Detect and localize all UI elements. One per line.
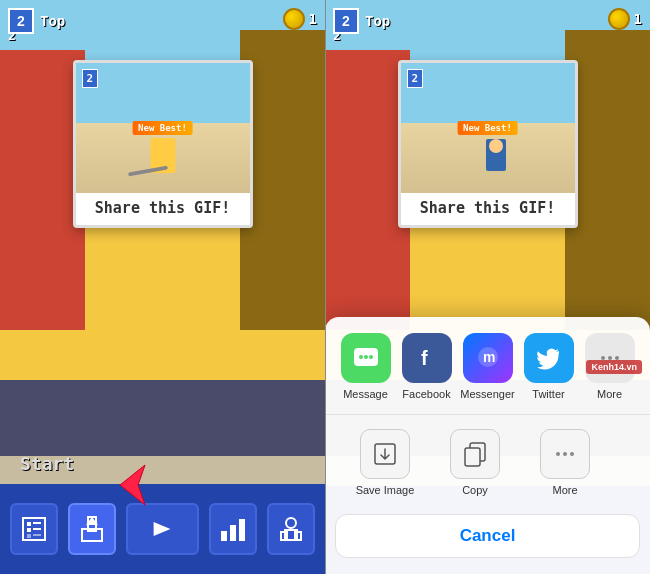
right-hud-top: 2 Top [333, 8, 390, 34]
gif-card-title-right: Share this GIF! [401, 199, 575, 217]
twitter-label: Twitter [532, 388, 564, 400]
messages-icon [341, 333, 391, 383]
svg-text:f: f [421, 347, 428, 369]
facebook-label: Facebook [402, 388, 450, 400]
svg-marker-10 [154, 522, 171, 536]
hud-top-left: 2 Top [8, 8, 65, 34]
right-game-background: 2 Top 2 1 2 New Best! Share this GIF! [325, 0, 650, 574]
bottom-bar [0, 484, 325, 574]
share-sheet: Message f Facebook m [325, 317, 650, 574]
more-apps-label: More [597, 388, 622, 400]
share-messages[interactable]: Message [336, 333, 396, 400]
right-coin-icon [608, 8, 630, 30]
arrow-indicator [110, 460, 160, 514]
svg-point-33 [570, 452, 574, 456]
game-background: 2 Top 2 1 2 New Best! Share this GIF! St… [0, 0, 325, 574]
cancel-button[interactable]: Cancel [335, 514, 640, 558]
save-image-action[interactable]: Save Image [355, 429, 415, 496]
building-right [240, 30, 325, 330]
svg-rect-13 [239, 519, 245, 541]
facebook-icon: f [402, 333, 452, 383]
share-facebook[interactable]: f Facebook [397, 333, 457, 400]
share-messenger[interactable]: m Messenger [458, 333, 518, 400]
svg-point-19 [359, 355, 363, 359]
right-level-badge: 2 [333, 8, 359, 34]
save-image-icon [360, 429, 410, 479]
svg-rect-30 [465, 448, 480, 466]
watermark: Kenh14.vn [586, 360, 642, 374]
svg-rect-1 [27, 522, 31, 526]
save-image-label: Save Image [356, 484, 415, 496]
character-button[interactable] [267, 503, 315, 555]
svg-point-14 [286, 518, 296, 528]
svg-point-31 [556, 452, 560, 456]
leaderboard-button[interactable] [209, 503, 257, 555]
twitter-icon [524, 333, 574, 383]
right-new-best-banner: New Best! [457, 121, 518, 135]
messenger-label: Messenger [460, 388, 514, 400]
svg-rect-2 [27, 528, 31, 532]
more-actions[interactable]: More [535, 429, 595, 496]
svg-point-20 [364, 355, 368, 359]
svg-rect-11 [221, 531, 227, 541]
svg-text:m: m [483, 349, 495, 365]
gif-badge-left: 2 [82, 69, 99, 88]
copy-label: Copy [462, 484, 488, 496]
gif-card-right: 2 New Best! Share this GIF! [398, 60, 578, 228]
coin-count: 1 [309, 11, 317, 27]
messenger-icon: m [463, 333, 513, 383]
right-building-right [565, 30, 650, 330]
svg-point-21 [369, 355, 373, 359]
left-panel: 2 Top 2 1 2 New Best! Share this GIF! St… [0, 0, 325, 574]
svg-rect-12 [230, 525, 236, 541]
level-badge: 2 [8, 8, 34, 34]
right-hud-coin: 1 [608, 8, 642, 30]
gif-card-left: 2 New Best! Share this GIF! [73, 60, 253, 228]
gif-preview-left: 2 New Best! [76, 63, 250, 193]
gif-card-title-left: Share this GIF! [76, 199, 250, 217]
svg-rect-5 [33, 528, 41, 530]
svg-rect-4 [33, 522, 41, 524]
cancel-label: Cancel [460, 526, 516, 546]
more-actions-label: More [552, 484, 577, 496]
right-top-label: Top [365, 13, 390, 29]
svg-rect-6 [33, 534, 41, 536]
right-coin-count: 1 [634, 11, 642, 27]
share-apps-row: Message f Facebook m [325, 333, 650, 415]
panel-divider [325, 0, 326, 574]
share-button[interactable] [68, 503, 116, 555]
share-twitter[interactable]: Twitter [519, 333, 579, 400]
top-label: Top [40, 13, 65, 29]
new-best-banner-left: New Best! [132, 121, 193, 135]
settings-button[interactable] [10, 503, 58, 555]
hud-coin-left: 1 [283, 8, 317, 30]
more-actions-icon [540, 429, 590, 479]
right-panel: 2 Top 2 1 2 New Best! Share this GIF! [325, 0, 650, 574]
svg-rect-3 [27, 534, 31, 538]
more-apps-icon [585, 333, 635, 383]
messages-label: Message [343, 388, 388, 400]
share-actions-row: Save Image Copy [325, 415, 650, 510]
right-gif-badge: 2 [407, 69, 424, 88]
gif-preview-right: 2 New Best! [401, 63, 575, 193]
copy-icon [450, 429, 500, 479]
copy-action[interactable]: Copy [445, 429, 505, 496]
coin-icon [283, 8, 305, 30]
svg-point-32 [563, 452, 567, 456]
start-label: Start [20, 453, 74, 474]
